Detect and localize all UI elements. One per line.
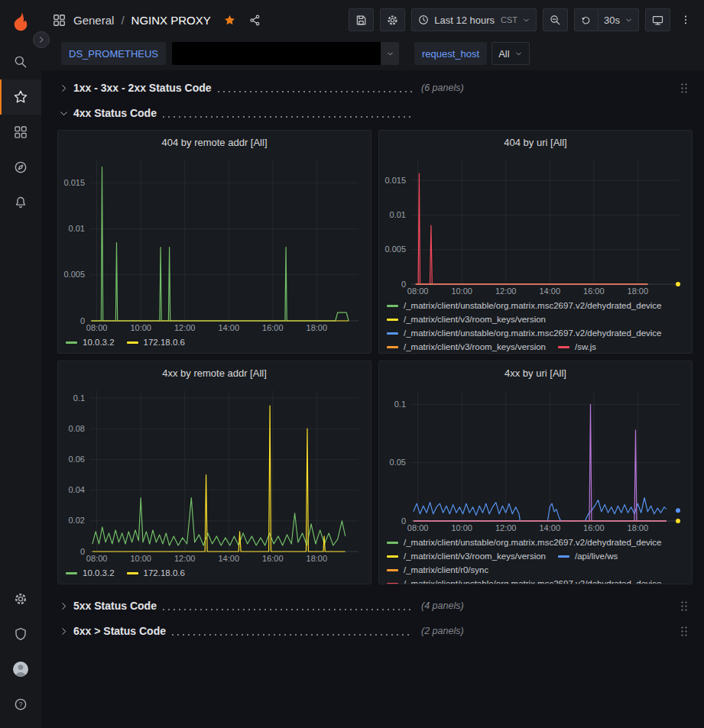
sidebar-expand-button[interactable] — [33, 31, 50, 48]
row-dots — [172, 634, 412, 636]
panel-title[interactable]: 404 by remote addr [All] — [58, 131, 371, 154]
sidebar-item-profile[interactable] — [0, 652, 41, 687]
svg-text:08:00: 08:00 — [407, 523, 429, 532]
svg-text:10:00: 10:00 — [451, 286, 472, 296]
legend-series-label: /_matrix/client/r0/sync — [404, 564, 488, 577]
legend-series-swatch — [127, 572, 138, 574]
legend-series-swatch — [558, 555, 569, 558]
host-variable-select[interactable] — [172, 42, 399, 65]
breadcrumb-section[interactable]: General — [73, 14, 114, 27]
panel-chart[interactable]: 00.0050.010.01508:0010:0012:0014:0016:00… — [63, 154, 366, 335]
alerting-bell-icon — [13, 195, 28, 210]
time-series-chart[interactable]: 00.0050.010.01508:0010:0012:0014:0016:00… — [63, 154, 366, 335]
legend-item[interactable]: /_matrix/client/v3/room_keys/version — [387, 550, 546, 563]
request-host-value: All — [498, 48, 509, 60]
panel-chart[interactable]: 00.0050.010.01508:0010:0012:0014:0016:00… — [384, 154, 687, 298]
sidebar-item-alerting[interactable] — [0, 185, 41, 220]
legend-item[interactable]: /_matrix/client/unstable/org.matrix.msc2… — [387, 578, 662, 584]
more-options-button[interactable] — [675, 8, 696, 31]
legend-series-label: /_matrix/client/v3/room_keys/version — [404, 550, 546, 563]
apps-grid-icon[interactable] — [52, 13, 67, 28]
sidebar-item-dashboards[interactable] — [0, 115, 41, 150]
refresh-interval-dropdown[interactable]: 30s — [599, 8, 639, 31]
row-header-1xx-3xx-2xx[interactable]: 1xx - 3xx - 2xx Status Code (6 panels) — [57, 77, 693, 99]
legend-series-swatch — [66, 341, 77, 344]
chevron-down-icon — [522, 16, 530, 24]
sidebar-item-explore[interactable] — [0, 150, 41, 185]
legend-item[interactable]: 10.0.3.2 — [66, 336, 115, 349]
refresh-interval-label: 30s — [604, 15, 620, 26]
legend-item[interactable]: /_matrix/client/r0/sync — [387, 564, 488, 577]
legend-item[interactable]: 10.0.3.2 — [66, 567, 115, 580]
panel-chart[interactable]: 00.020.040.060.080.108:0010:0012:0014:00… — [63, 384, 366, 565]
legend-item[interactable]: /_matrix/client/unstable/org.matrix.msc2… — [387, 299, 662, 312]
legend-series-label: /_matrix/client/v3/room_keys/version — [404, 341, 546, 353]
svg-text:0.04: 0.04 — [69, 485, 85, 494]
svg-text:14:00: 14:00 — [539, 286, 560, 296]
legend-series-swatch — [387, 583, 398, 584]
time-range-picker[interactable]: Last 12 hours CST — [411, 8, 537, 31]
sidebar-item-configuration[interactable] — [0, 581, 41, 616]
panel-4xx-by-uri: 4xx by uri [All] 00.050.108:0010:0012:00… — [378, 361, 693, 584]
row-header-4xx[interactable]: 4xx Status Code — [57, 102, 693, 124]
favorite-button[interactable] — [223, 14, 236, 27]
legend-item[interactable]: /_matrix/client/v3/room_keys/version — [387, 313, 546, 326]
sidebar-spacer — [0, 220, 41, 581]
row-drag-handle[interactable] — [680, 83, 688, 94]
legend-series-label: 172.18.0.6 — [144, 336, 185, 349]
svg-text:14:00: 14:00 — [218, 554, 239, 563]
legend-series-label: /_matrix/client/unstable/org.matrix.msc2… — [404, 299, 662, 312]
row-drag-handle[interactable] — [680, 626, 688, 637]
legend-item[interactable]: 172.18.0.6 — [127, 567, 185, 580]
kebab-menu-icon — [680, 13, 692, 27]
svg-text:08:00: 08:00 — [86, 554, 108, 563]
legend-series-swatch — [387, 555, 398, 558]
legend-series-swatch — [387, 542, 398, 544]
refresh-icon — [580, 14, 592, 26]
page-title[interactable]: NGINX PROXY — [131, 14, 211, 27]
svg-text:14:00: 14:00 — [218, 323, 239, 332]
svg-text:12:00: 12:00 — [495, 523, 517, 532]
legend-item[interactable]: /_matrix/client/v3/room_keys/version — [387, 341, 546, 353]
tv-mode-button[interactable] — [645, 8, 670, 31]
time-series-chart[interactable]: 00.0050.010.01508:0010:0012:0014:0016:00… — [384, 154, 687, 298]
svg-text:10:00: 10:00 — [130, 323, 151, 332]
legend-item[interactable]: 172.18.0.6 — [127, 336, 185, 349]
legend-item[interactable]: /api/live/ws — [558, 550, 618, 563]
sidebar-item-help[interactable]: ? — [0, 687, 41, 722]
legend-series-label: /_matrix/client/unstable/org.matrix.msc2… — [404, 578, 662, 584]
sidebar-item-search[interactable] — [0, 44, 41, 79]
sidebar-item-server-admin[interactable] — [0, 616, 41, 652]
datasource-variable-label[interactable]: DS_PROMETHEUS — [61, 42, 166, 65]
legend-series-label: /api/live/ws — [575, 550, 618, 563]
zoom-out-time-button[interactable] — [543, 8, 568, 31]
panel-chart[interactable]: 00.050.108:0010:0012:0014:0016:0018:00 — [384, 384, 687, 535]
legend-item[interactable]: /_matrix/client/unstable/org.matrix.msc2… — [387, 536, 662, 549]
save-dashboard-button[interactable] — [349, 8, 374, 31]
time-series-chart[interactable]: 00.020.040.060.080.108:0010:0012:0014:00… — [63, 384, 366, 565]
sidebar-item-starred[interactable] — [0, 79, 41, 115]
svg-text:16:00: 16:00 — [583, 523, 605, 532]
refresh-button[interactable] — [574, 8, 599, 31]
top-navigation-bar: General / NGINX PROXY — [41, 0, 704, 40]
panel-title[interactable]: 404 by uri [All] — [379, 131, 692, 154]
time-series-chart[interactable]: 00.050.108:0010:0012:0014:0016:0018:00 — [384, 384, 687, 535]
star-icon — [13, 89, 28, 105]
svg-text:08:00: 08:00 — [86, 323, 108, 332]
svg-text:18:00: 18:00 — [307, 554, 328, 563]
svg-text:08:00: 08:00 — [407, 286, 429, 296]
request-host-value-select[interactable]: All — [492, 42, 529, 65]
panel-title[interactable]: 4xx by uri [All] — [379, 361, 692, 384]
legend-item[interactable]: /sw.js — [558, 341, 596, 353]
legend-item[interactable]: /_matrix/client/unstable/org.matrix.msc2… — [387, 327, 662, 340]
row-header-6xx[interactable]: 6xx > Status Code (2 panels) — [57, 620, 693, 642]
svg-text:?: ? — [19, 700, 23, 708]
dashboard-settings-button[interactable] — [380, 8, 405, 31]
share-button[interactable] — [248, 14, 261, 27]
request-host-variable-label[interactable]: request_host — [414, 42, 487, 65]
svg-text:0.08: 0.08 — [69, 424, 85, 433]
row-drag-handle[interactable] — [680, 600, 688, 612]
legend-series-label: /sw.js — [575, 341, 596, 353]
panel-title[interactable]: 4xx by remote addr [All] — [58, 361, 371, 384]
row-header-5xx[interactable]: 5xx Status Code (4 panels) — [57, 595, 693, 616]
